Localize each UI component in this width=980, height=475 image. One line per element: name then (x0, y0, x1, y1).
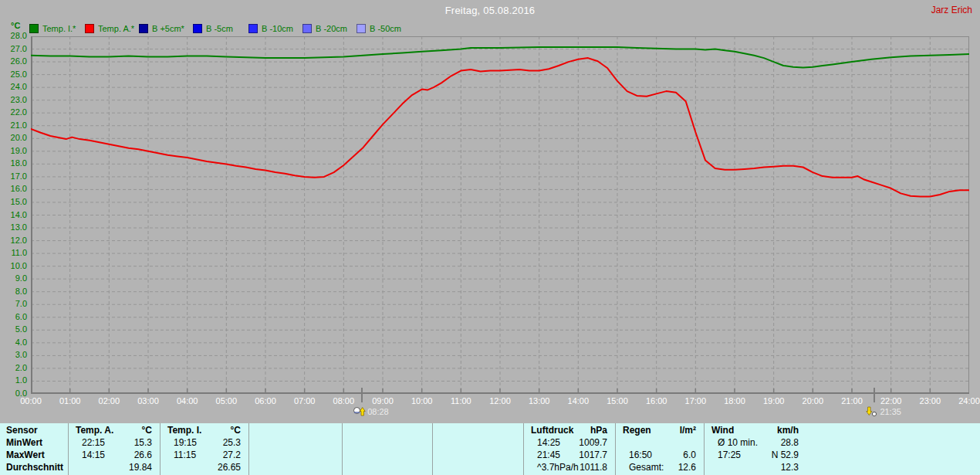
stat-value: 27.2 (223, 450, 241, 461)
column-separator (523, 423, 524, 475)
y-tick-label: 26.0 (0, 56, 27, 66)
series-temp--a-- (31, 58, 969, 196)
y-tick-label: 20.0 (0, 133, 27, 142)
x-tick-label: 04:00 (171, 396, 204, 405)
column-separator (704, 423, 705, 475)
x-tick-label: 08:00 (327, 396, 360, 405)
legend-label: Temp. I.* (42, 24, 76, 33)
stat-cell-temp--i-: 26.65 (167, 462, 241, 473)
y-tick-label: 15.0 (0, 197, 27, 206)
sunset-time-label: 21:35 (880, 407, 901, 416)
stat-row-label: MinWert (6, 437, 42, 449)
x-tick-label: 01:00 (54, 396, 86, 405)
x-tick-label: 16:00 (640, 396, 673, 405)
legend-color-swatch (193, 24, 202, 33)
stat-time: 21:45 (531, 450, 560, 461)
y-tick-label: 8.0 (0, 287, 27, 296)
y-tick-label: 21.0 (0, 120, 27, 130)
legend-label: B +5cm* (152, 24, 184, 33)
column-unit: °C (231, 425, 241, 436)
legend-color-swatch (139, 24, 148, 33)
legend-item-b-10cm[interactable]: B -10cm (248, 24, 293, 33)
legend-label: Temp. A.* (98, 24, 134, 33)
x-tick-label: 21:00 (836, 396, 868, 405)
chart-plot-area[interactable] (31, 36, 969, 394)
stat-cell-luftdruck: ^3.7hPa/h1011.8 (531, 462, 607, 473)
legend-item-tempa[interactable]: Temp. A.* (85, 24, 134, 33)
x-tick-label: 06:00 (249, 396, 282, 405)
stat-value: 26.6 (134, 450, 152, 461)
legend-item-b+5cm[interactable]: B +5cm* (139, 24, 184, 33)
stat-time: Ø 10 min. (711, 437, 758, 449)
column-name: Wind (711, 425, 734, 436)
sunrise-marker: 08:28 (353, 406, 389, 416)
legend-label: B -10cm (262, 24, 293, 33)
legend-item-b-50cm[interactable]: B -50cm (357, 24, 401, 33)
y-tick-label: 22.0 (0, 107, 27, 117)
y-tick-label: 11.0 (0, 248, 27, 257)
x-tick-label: 23:00 (914, 396, 946, 405)
legend-color-swatch (85, 24, 94, 33)
weather-app-window: { "header": { "title": "Freitag, 05.08.2… (0, 0, 980, 475)
y-tick-label: 1.0 (0, 375, 27, 385)
stat-time: 16:50 (623, 450, 652, 461)
sunset-tick (874, 388, 875, 402)
x-tick-label: 13:00 (523, 396, 556, 405)
stat-cell-wind: 17:25N 52.9 (711, 450, 799, 461)
column-separator (248, 423, 249, 475)
y-tick-label: 28.0 (0, 31, 27, 40)
legend-color-swatch (302, 24, 312, 33)
y-axis-unit-label: °C (11, 21, 20, 30)
column-name: Temp. A. (76, 425, 113, 436)
column-name: Temp. I. (167, 425, 201, 436)
legend-label: B -50cm (370, 24, 401, 33)
column-name: Regen (623, 425, 651, 436)
y-tick-label: 24.0 (0, 82, 27, 91)
legend-item-b-20cm[interactable]: B -20cm (302, 24, 347, 33)
stat-time (76, 462, 82, 473)
stat-time: 19:15 (167, 437, 197, 449)
legend-item-tempi[interactable]: Temp. I.* (29, 24, 76, 33)
stat-cell-wind: Ø 10 min.28.8 (711, 437, 799, 449)
stat-cell-regen: Gesamt:12.6 (623, 462, 696, 473)
stat-time (167, 462, 174, 473)
stat-value: 12.3 (781, 462, 799, 473)
x-tick-label: 09:00 (367, 396, 399, 405)
column-separator (432, 423, 433, 475)
stat-time: 11:15 (167, 450, 196, 461)
x-tick-label: 10:00 (406, 396, 438, 405)
y-tick-label: 10.0 (0, 261, 27, 270)
column-header-temp--a-: Temp. A.°C (76, 425, 152, 436)
y-tick-label: 25.0 (0, 70, 27, 79)
y-tick-label: 2.0 (0, 363, 27, 372)
stat-value: 15.3 (134, 437, 152, 449)
stat-row-label: Sensor (6, 425, 38, 436)
column-separator (615, 423, 616, 475)
stat-cell-temp--i-: 11:1527.2 (167, 450, 241, 461)
stat-value: 1017.7 (579, 450, 607, 461)
column-unit: °C (142, 425, 152, 436)
x-tick-label: 20:00 (796, 396, 829, 405)
legend-item-b-5cm[interactable]: B -5cm (193, 24, 233, 33)
column-header-wind: Windkm/h (711, 425, 799, 436)
page-title: Freitag, 05.08.2016 (0, 5, 980, 16)
column-header-temp--i-: Temp. I.°C (167, 425, 241, 436)
y-tick-label: 16.0 (0, 184, 27, 193)
sunset-icon (866, 406, 878, 416)
x-tick-label: 12:00 (484, 396, 516, 405)
legend-label: B -20cm (316, 24, 347, 33)
column-separator (342, 423, 343, 475)
y-tick-label: 9.0 (0, 273, 27, 283)
stat-value: 25.3 (223, 437, 241, 449)
x-tick-label: 07:00 (289, 396, 321, 405)
x-tick-label: 11:00 (444, 396, 477, 405)
x-tick-label: 24:00 (953, 396, 980, 405)
sunset-marker: 21:35 (866, 406, 901, 416)
column-unit: l/m² (680, 425, 696, 436)
x-tick-label: 14:00 (562, 396, 594, 405)
x-tick-label: 00:00 (15, 396, 47, 405)
stat-time: 14:15 (76, 450, 105, 461)
x-tick-label: 03:00 (132, 396, 164, 405)
stat-cell-luftdruck: 14:251009.7 (531, 437, 607, 449)
stat-value: 19.84 (129, 462, 152, 473)
